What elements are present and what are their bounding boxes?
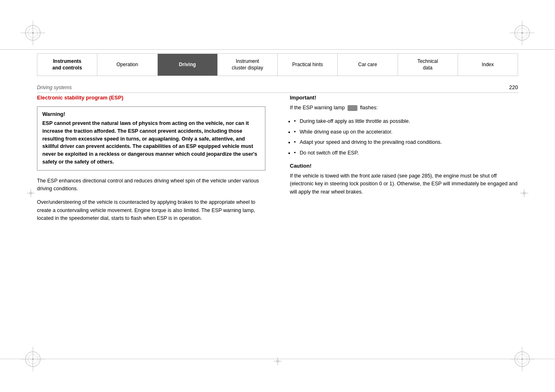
svg-point-9 [521, 32, 523, 34]
important-heading: Important! [290, 95, 518, 101]
svg-point-4 [32, 32, 34, 34]
bullet-item-4: Do not switch off the ESP. [294, 149, 518, 157]
nav-item-technical-data[interactable]: Technical data [398, 54, 458, 76]
content-area: Electronic stability program (ESP) Warni… [37, 95, 518, 355]
corner-top-right [510, 21, 534, 45]
important-intro: If the ESP warning lamp flashes: [290, 104, 518, 112]
bottom-rule [0, 359, 555, 359]
caution-heading: Caution! [290, 163, 518, 169]
corner-top-left [21, 21, 45, 45]
nav-item-instruments[interactable]: Instruments and controls [37, 54, 97, 76]
esp-heading: Electronic stability program (ESP) [37, 95, 265, 101]
bullet-item-1: During take-off apply as little throttle… [294, 118, 518, 125]
section-title: Driving systems [37, 85, 72, 90]
warning-box: Warning! ESP cannot prevent the natural … [37, 106, 265, 171]
body-text-1: The ESP enhances directional control and… [37, 177, 265, 193]
top-rule [0, 49, 555, 50]
page-number: 220 [509, 84, 518, 90]
body-text-2: Over/understeering of the vehicle is cou… [37, 198, 265, 222]
nav-item-driving[interactable]: Driving [158, 54, 218, 76]
reg-mark-left [27, 189, 35, 198]
right-column: Important! If the ESP warning lamp flash… [286, 95, 518, 355]
bullet-item-3: Adapt your speed and driving to the prev… [294, 138, 518, 146]
bullet-item-2: While driving ease up on the accelerator… [294, 128, 518, 136]
caution-text: If the vehicle is towed with the front a… [290, 172, 518, 196]
section-header: Driving systems 220 [37, 82, 518, 93]
nav-item-operation[interactable]: Operation [97, 54, 157, 76]
nav-item-instrument-cluster[interactable]: Instrument cluster display [218, 54, 278, 76]
esp-lamp-indicator [348, 105, 357, 111]
reg-mark-right [520, 189, 528, 198]
nav-item-car-care[interactable]: Car care [338, 54, 398, 76]
navigation-bar: Instruments and controls Operation Drivi… [37, 53, 518, 76]
nav-item-practical-hints[interactable]: Practical hints [278, 54, 338, 76]
nav-item-index[interactable]: Index [458, 54, 518, 76]
warning-text: ESP cannot prevent the natural laws of p… [42, 120, 260, 166]
left-column: Electronic stability program (ESP) Warni… [37, 95, 269, 355]
warning-title: Warning! [42, 111, 260, 117]
bullet-list: During take-off apply as little throttle… [294, 118, 518, 157]
